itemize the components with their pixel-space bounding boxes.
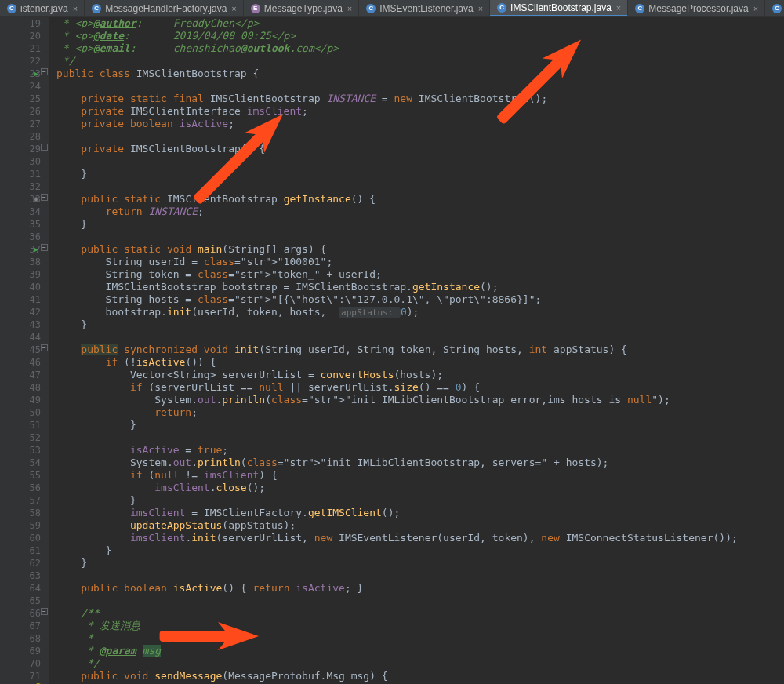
code-line[interactable]: public boolean isActive() { return isAct… (56, 582, 784, 595)
line-number: 65 (0, 595, 41, 607)
close-icon[interactable]: × (73, 4, 78, 13)
code-line[interactable]: } (56, 318, 784, 331)
code-line[interactable]: } (56, 168, 784, 180)
code-line[interactable]: if (!isActive()) { (56, 356, 784, 369)
code-line[interactable]: imsClient = IMSClientFactory.getIMSClien… (56, 507, 784, 519)
line-number: 20 (0, 30, 41, 42)
code-line[interactable] (56, 569, 784, 582)
line-number: 41 (0, 293, 41, 306)
code-line[interactable]: private boolean isActive; (56, 118, 784, 130)
code-line[interactable]: * @param msg (56, 645, 784, 657)
code-line[interactable]: if (serverUrlList == null || serverUrlLi… (56, 381, 784, 394)
code-line[interactable]: imsClient.init(serverUrlList, new IMSEve… (56, 532, 784, 544)
code-line[interactable]: * (56, 632, 784, 645)
code-line[interactable]: String token = class="str">"token_" + us… (56, 268, 784, 281)
code-line[interactable]: private IMSClientInterface imsClient; (56, 105, 784, 118)
run-gutter-icon[interactable]: ▶ (31, 243, 41, 256)
code-line[interactable] (56, 595, 784, 607)
fold-icon[interactable]: − (41, 244, 48, 251)
code-line[interactable]: return INSTANCE; (56, 206, 784, 218)
code-line[interactable] (56, 180, 784, 193)
fold-icon[interactable]: − (41, 194, 48, 201)
code-line[interactable]: * <p>@email: chenshichao@outlook.com</p> (56, 42, 784, 55)
code-line[interactable] (56, 155, 784, 168)
tab-istener-java[interactable]: Cistener.java× (0, 0, 85, 16)
file-icon: C (6, 3, 17, 14)
close-icon[interactable]: × (231, 4, 236, 13)
code-line[interactable]: public void sendMessage(MessageProtobuf.… (56, 670, 784, 682)
line-number: 63 (0, 569, 41, 582)
code-line[interactable]: */ (56, 55, 784, 67)
code-line[interactable]: IMSClientBootstrap bootstrap = IMSClient… (56, 281, 784, 293)
file-icon: C (771, 3, 782, 14)
code-line[interactable] (56, 130, 784, 143)
code-line[interactable]: isActive = true; (56, 444, 784, 457)
code-line[interactable]: } (56, 544, 784, 557)
line-number: 64 (0, 582, 41, 595)
code-line[interactable]: if (null != imsClient) { (56, 469, 784, 482)
code-line[interactable]: } (56, 557, 784, 569)
line-number: 55 (0, 469, 41, 482)
code-view[interactable]: * <p>@author: FreddyChen</p> * <p>@date:… (49, 17, 784, 684)
fold-icon[interactable]: − (41, 68, 48, 75)
tab-imseventlistener-java[interactable]: CIMSEventListener.java× (359, 0, 490, 16)
code-line[interactable]: public synchronized void init(String use… (56, 344, 784, 356)
code-line[interactable]: String userId = class="str">"100001"; (56, 256, 784, 268)
line-number: 32 (0, 180, 41, 193)
code-line[interactable]: private static final IMSClientBootstrap … (56, 93, 784, 105)
close-icon[interactable]: × (478, 4, 483, 13)
tab-label: istener.java (20, 3, 68, 14)
line-number: 26 (0, 105, 41, 118)
line-number: 58 (0, 507, 41, 519)
tab-messagetype-java[interactable]: EMessageType.java× (244, 0, 360, 16)
code-line[interactable]: public class IMSClientBootstrap { (56, 67, 784, 80)
implements-gutter-icon[interactable]: ◉ (31, 193, 41, 206)
code-line[interactable]: Vector<String> serverUrlList = convertHo… (56, 369, 784, 381)
code-line[interactable]: * <p>@author: FreddyChen</p> (56, 17, 784, 30)
code-line[interactable]: /** (56, 607, 784, 620)
fold-icon[interactable]: − (41, 344, 48, 351)
tab-label: IMSClientBootstrap.java (510, 2, 612, 13)
fold-icon[interactable]: − (41, 144, 48, 151)
code-line[interactable] (56, 331, 784, 344)
code-line[interactable]: */ (56, 657, 784, 670)
tab-label: IMSEventListener.java (379, 3, 473, 14)
line-number: 67 (0, 620, 41, 632)
code-line[interactable]: bootstrap.init(userId, token, hosts, app… (56, 306, 784, 318)
code-line[interactable]: } (56, 218, 784, 231)
line-number: 43 (0, 318, 41, 331)
code-line[interactable]: } (56, 494, 784, 507)
line-number: 33◉− (0, 193, 41, 206)
code-line[interactable]: public static IMSClientBootstrap getInst… (56, 193, 784, 206)
code-line[interactable]: * 发送消息 (56, 620, 784, 632)
code-line[interactable]: System.out.println(class="str">"init IML… (56, 457, 784, 469)
line-number: 51 (0, 419, 41, 431)
code-line[interactable]: String hosts = class="str">"[{\"host\":\… (56, 293, 784, 306)
line-number: 57 (0, 494, 41, 507)
line-number: 34 (0, 206, 41, 218)
code-line[interactable]: public static void main(String[] args) { (56, 243, 784, 256)
close-icon[interactable]: × (753, 4, 758, 13)
file-icon: C (496, 2, 507, 13)
code-line[interactable] (56, 231, 784, 243)
code-line[interactable] (56, 80, 784, 93)
code-line[interactable] (56, 431, 784, 444)
code-line[interactable]: imsClient.close(); (56, 482, 784, 494)
tab-abstractm[interactable]: CAbstractM× (765, 0, 784, 16)
tab-messageprocessor-java[interactable]: CMessageProcessor.java× (628, 0, 765, 16)
line-number: 45− (0, 344, 41, 356)
code-line[interactable]: * <p>@date: 2019/04/08 00:25</p> (56, 30, 784, 42)
run-gutter-icon[interactable]: ▶ (31, 67, 41, 80)
close-icon[interactable]: × (347, 4, 352, 13)
code-line[interactable]: private IMSClientBootstrap() { (56, 143, 784, 155)
file-icon: C (365, 3, 376, 14)
code-line[interactable]: updateAppStatus(appStatus); (56, 519, 784, 532)
code-line[interactable]: } (56, 419, 784, 431)
line-number: 40 (0, 281, 41, 293)
tab-messagehandlerfactory-java[interactable]: CMessageHandlerFactory.java× (85, 0, 244, 16)
tab-imsclientbootstrap-java[interactable]: CIMSClientBootstrap.java× (490, 0, 628, 16)
code-line[interactable]: return; (56, 406, 784, 419)
fold-icon[interactable]: − (41, 608, 48, 615)
code-line[interactable]: System.out.println(class="str">"init IML… (56, 394, 784, 406)
close-icon[interactable]: × (616, 3, 621, 13)
